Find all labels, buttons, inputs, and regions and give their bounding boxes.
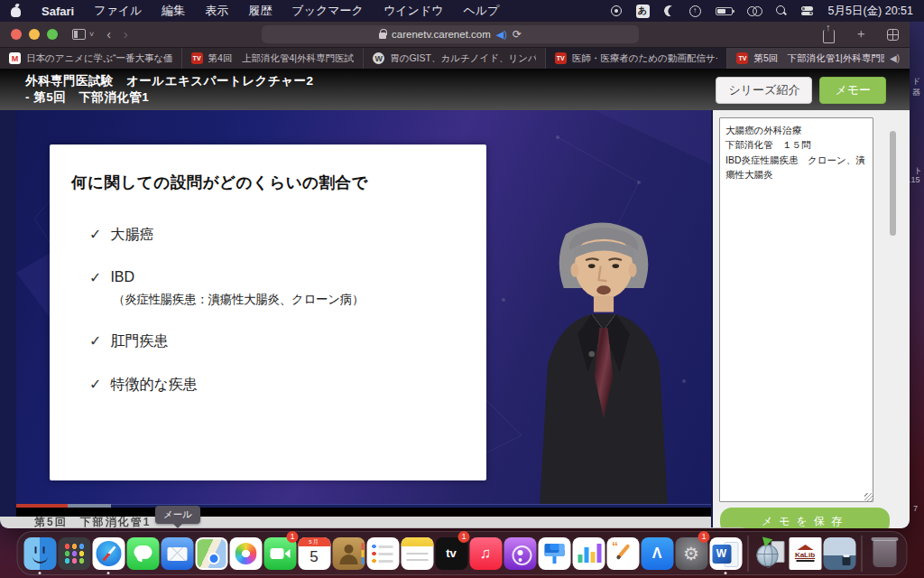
dock-kalib[interactable]: KaLib — [789, 532, 822, 574]
video-player[interactable]: 何に関しての設問がどのくらいの割合で ✓ 大腸癌 ✓ IBD （炎症性腸疾患：潰… — [16, 110, 711, 504]
tab-lecture-4[interactable]: TV 第4回 上部消化管4|外科専門医試験 オール… — [182, 48, 365, 69]
forward-button[interactable]: › — [124, 27, 128, 42]
contacts-icon — [332, 537, 365, 570]
back-button[interactable]: ‹ — [106, 27, 111, 42]
textarea-resize-grip[interactable] — [864, 493, 873, 501]
tab-gist-article[interactable]: W 胃のGIST、カルチノイド、リンパ腫、など — [364, 48, 546, 69]
dock-mail[interactable] — [161, 532, 194, 574]
tab-carenet-home[interactable]: TV 医師・医療者のための動画配信サイト｜CareN... — [546, 48, 728, 69]
presenter-person — [504, 204, 704, 504]
sidebar-chevron-icon[interactable]: ˅ — [89, 30, 94, 39]
reminders-icon — [366, 537, 399, 570]
dock-numbers[interactable] — [572, 532, 605, 574]
save-memo-button[interactable]: メモを保存 — [720, 508, 890, 528]
slide-item: ✓ 肛門疾患 — [89, 332, 477, 351]
menu-window[interactable]: ウインドウ — [383, 3, 444, 19]
share-icon[interactable] — [823, 30, 835, 43]
tab-audio-icon[interactable]: ◀︎) — [496, 29, 507, 41]
dock-pages[interactable] — [606, 532, 640, 574]
spotlight-icon[interactable] — [776, 5, 787, 16]
download-globe-icon — [754, 537, 787, 570]
address-bar[interactable]: carenetv.carenet.com ◀︎) ⟳ — [262, 25, 639, 43]
close-window-button[interactable] — [11, 29, 22, 40]
tab-bar: M 日本のアニメに学ぶ“一番大事な価値観”とは？... TV 第4回 上部消化管… — [0, 47, 910, 69]
notification-badge: 1 — [698, 531, 710, 543]
new-tab-button[interactable]: ＋ — [855, 26, 867, 42]
background-window-fragment: 器 — [912, 87, 920, 98]
kalib-roof — [797, 545, 813, 550]
apple-menu-icon[interactable] — [11, 5, 22, 17]
tab-audio-icon[interactable]: ◀︎) — [890, 53, 900, 63]
menu-file[interactable]: ファイル — [94, 3, 142, 19]
window-controls — [11, 29, 58, 40]
series-intro-button[interactable]: シリーズ紹介 — [716, 77, 812, 104]
finder-icon — [23, 537, 56, 570]
dock-word[interactable]: W — [709, 532, 743, 574]
memo-button[interactable]: メモー — [819, 77, 886, 104]
tab-overview-icon[interactable] — [887, 29, 899, 41]
dock-separator — [748, 536, 749, 572]
dock-downloads-app[interactable] — [754, 532, 788, 574]
dock-photos[interactable] — [229, 532, 263, 574]
focus-moon-icon[interactable] — [662, 4, 676, 17]
calendar-icon: 5月 5 — [298, 537, 330, 570]
pages-icon — [606, 537, 639, 570]
menu-clock[interactable]: 5月5日(金) 20:51 — [828, 4, 913, 19]
dock-finder[interactable] — [23, 532, 57, 574]
dock-messages[interactable] — [126, 532, 160, 574]
menu-view[interactable]: 表示 — [205, 3, 228, 19]
menu-edit[interactable]: 編集 — [162, 3, 185, 19]
dock-trash[interactable] — [868, 532, 901, 574]
dock-maps[interactable] — [195, 532, 228, 574]
slide-item-subtext: （炎症性腸疾患：潰瘍性大腸炎、クローン病） — [113, 292, 477, 308]
dock-podcasts[interactable] — [504, 532, 537, 574]
dock-launchpad[interactable] — [58, 532, 91, 574]
photos-icon — [229, 537, 262, 570]
battery-icon[interactable] — [716, 7, 733, 15]
slide-checklist: ✓ 大腸癌 ✓ IBD （炎症性腸疾患：潰瘍性大腸炎、クローン病） ✓ 肛門疾患 — [89, 226, 477, 419]
menu-help[interactable]: ヘルプ — [463, 3, 499, 19]
zoom-window-button[interactable] — [47, 29, 58, 40]
menu-app-name[interactable]: Safari — [42, 5, 74, 18]
dock-image-app[interactable] — [823, 532, 856, 574]
input-source-icon[interactable]: あ — [636, 5, 650, 18]
desktop: { "menu_bar": { "app_name": "Safari", "m… — [0, 0, 924, 578]
hotspot-icon[interactable] — [747, 6, 762, 15]
messages-icon — [126, 537, 159, 570]
page-vertical-scrollbar[interactable] — [890, 131, 896, 236]
memo-panel: 大腸癌の外科治療 下部消化管 １５問 IBD炎症性腸疾患 クローン、潰瘍性大腸炎… — [713, 110, 910, 528]
dock-reminders[interactable] — [366, 532, 400, 574]
slide-item: ✓ 大腸癌 — [89, 226, 477, 245]
dock-music[interactable]: ♫ — [469, 532, 503, 574]
sidebar-icon[interactable] — [72, 29, 86, 40]
dock-appletv[interactable]: tv1 — [435, 532, 468, 574]
tab-lecture-5-active[interactable]: TV 第5回 下部消化管1|外科専門医試験 オール… ◀︎) — [727, 48, 910, 69]
dock-contacts[interactable] — [332, 532, 365, 574]
keynote-icon — [538, 537, 570, 570]
gmail-favicon: M — [9, 52, 21, 64]
slide-item: ✓ 特徴的な疾患 — [89, 376, 477, 395]
dock-settings[interactable]: ⚙1 — [675, 532, 708, 574]
menu-history[interactable]: 履歴 — [248, 3, 272, 19]
dock-safari[interactable] — [92, 532, 125, 574]
menu-bookmarks[interactable]: ブックマーク — [291, 3, 364, 19]
update-icon[interactable]: ↑ — [689, 5, 701, 17]
dock-appstore[interactable]: Λ — [641, 532, 674, 574]
minimize-window-button[interactable] — [29, 29, 40, 40]
trash-icon — [873, 540, 896, 567]
horizontal-scrollbar[interactable] — [41, 527, 744, 528]
control-center-icon[interactable] — [801, 6, 814, 16]
dock-notes[interactable] — [401, 532, 434, 574]
tab-label: 胃のGIST、カルチノイド、リンパ腫、など — [390, 52, 536, 65]
reload-icon[interactable]: ⟳ — [513, 28, 522, 41]
notification-badge: 1 — [458, 531, 470, 543]
tab-gmail-article[interactable]: M 日本のアニメに学ぶ“一番大事な価値観”とは？... — [0, 48, 182, 69]
dock-keynote[interactable] — [538, 532, 571, 574]
carenet-tv-favicon: TV — [191, 52, 203, 64]
dock-calendar[interactable]: 5月 5 — [298, 532, 331, 574]
launchpad-icon — [58, 537, 90, 570]
memo-textarea[interactable]: 大腸癌の外科治療 下部消化管 １５問 IBD炎症性腸疾患 クローン、潰瘍性大腸炎 — [719, 117, 873, 502]
background-window-fragment: .15 — [909, 175, 920, 184]
screen-record-icon[interactable] — [611, 5, 622, 16]
dock-facetime[interactable]: 1 — [263, 532, 297, 574]
